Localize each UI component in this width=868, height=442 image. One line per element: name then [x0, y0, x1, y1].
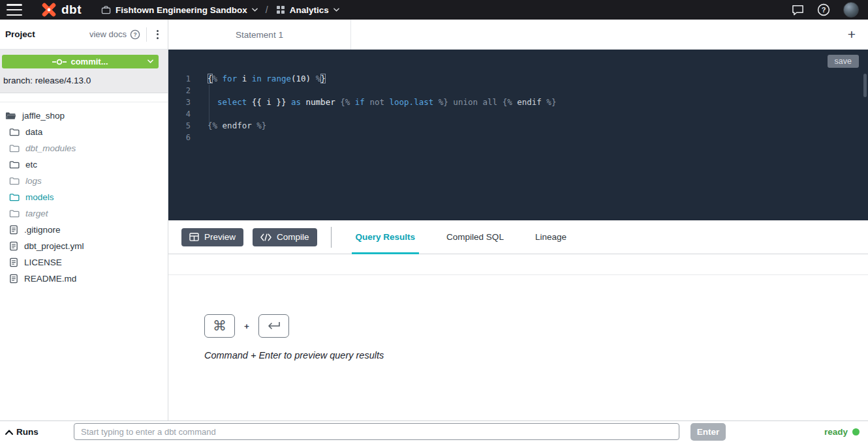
line-number: 4	[168, 108, 191, 120]
chevron-down-icon	[333, 8, 339, 12]
status-dot	[852, 428, 860, 435]
file-icon	[9, 241, 18, 251]
status-indicator: ready	[824, 421, 860, 442]
folder-icon	[9, 128, 20, 136]
branch-label: branch: release/4.13.0	[2, 76, 166, 85]
tree-item-jaffle-shop[interactable]: jaffle_shop	[0, 108, 168, 124]
save-button[interactable]: save	[828, 55, 859, 68]
tree-item-label: jaffle_shop	[22, 111, 65, 121]
workspace-selector[interactable]: Fishtown Engineering Sandbox	[101, 5, 258, 15]
workspace-name: Fishtown Engineering Sandbox	[116, 5, 247, 15]
commit-button-label: commit...	[70, 57, 108, 66]
compile-button-label: Compile	[277, 232, 309, 242]
code-area[interactable]: 1{% for i in range(10) %}23 select {{ i …	[168, 73, 868, 143]
header-divider	[146, 27, 147, 42]
code-line-5[interactable]: 5{% endfor %}	[168, 120, 868, 132]
results-subheader	[168, 254, 868, 275]
project-header-title: Project	[5, 29, 35, 39]
code-text: select {{ i }} as number {% if not loop.…	[208, 96, 556, 108]
new-tab-button[interactable]: +	[842, 20, 861, 50]
file-explorer-sidebar: Project view docs ? commit... branch: re…	[0, 20, 168, 420]
tree-item-logs[interactable]: logs	[0, 173, 168, 189]
command-keycap: ⌘	[204, 314, 235, 338]
tree-item-label: models	[25, 192, 54, 202]
hamburger-menu-icon[interactable]	[7, 4, 22, 16]
tree-item-readme-md[interactable]: README.md	[0, 271, 168, 287]
breadcrumb-separator: /	[266, 5, 268, 15]
tree-item-label: LICENSE	[24, 258, 62, 267]
tree-item-dbt-modules[interactable]: dbt_modules	[0, 140, 168, 156]
file-icon	[9, 225, 18, 235]
results-content: ⌘ + Command + Enter to preview query res…	[168, 275, 868, 420]
file-tree: jaffle_shopdatadbt_modulesetclogsmodelst…	[0, 102, 168, 287]
tree-item-label: dbt_project.yml	[24, 241, 84, 251]
command-status-bar: Runs Enter ready	[0, 420, 868, 442]
tree-item-label: etc	[25, 160, 37, 169]
results-tab-lineage[interactable]: Lineage	[531, 220, 570, 254]
file-icon	[9, 258, 18, 267]
folder-icon	[9, 144, 20, 153]
results-tab-compiled-sql[interactable]: Compiled SQL	[442, 220, 508, 254]
results-tabs: Query ResultsCompiled SQLLineage	[352, 220, 570, 254]
dbt-command-input[interactable]	[74, 423, 679, 440]
tree-item-license[interactable]: LICENSE	[0, 254, 168, 271]
sidebar-menu-icon[interactable]	[153, 29, 163, 40]
toolbar-divider	[331, 227, 332, 248]
user-avatar[interactable]	[843, 2, 859, 18]
code-line-6[interactable]: 6	[168, 132, 868, 143]
preview-button[interactable]: Preview	[181, 228, 243, 246]
folder-icon	[9, 177, 20, 185]
tree-item-label: dbt_modules	[25, 143, 76, 153]
folder-icon	[9, 160, 20, 169]
folder-open-icon	[5, 111, 16, 121]
tree-item-target[interactable]: target	[0, 205, 168, 222]
compile-button[interactable]: Compile	[253, 228, 317, 246]
return-key-icon	[266, 321, 281, 331]
status-label: ready	[824, 427, 848, 437]
code-line-1[interactable]: 1{% for i in range(10) %}	[168, 73, 868, 85]
tree-item--gitignore[interactable]: .gitignore	[0, 222, 168, 238]
commit-chevron-icon[interactable]	[147, 59, 153, 63]
plus-label: +	[244, 321, 249, 331]
runs-label: Runs	[16, 427, 39, 437]
code-line-2[interactable]: 2	[168, 85, 868, 96]
line-number: 2	[168, 85, 191, 96]
code-icon	[260, 233, 271, 241]
enter-button[interactable]: Enter	[690, 423, 726, 441]
tab-statement-1[interactable]: Statement 1	[168, 20, 351, 50]
view-docs-link[interactable]: view docs ?	[89, 29, 140, 40]
line-number: 1	[168, 73, 191, 85]
editor-scrollbar[interactable]	[863, 74, 867, 97]
project-name: Analytics	[290, 5, 329, 15]
code-line-4[interactable]: 4	[168, 108, 868, 120]
project-selector[interactable]: Analytics	[276, 5, 339, 15]
help-circle-icon: ?	[130, 29, 140, 40]
dbt-logo[interactable]: dbt	[40, 1, 82, 18]
runs-toggle[interactable]: Runs	[5, 421, 39, 442]
tree-item-models[interactable]: models	[0, 189, 168, 205]
view-docs-label: view docs	[89, 29, 127, 39]
main-panel: Statement 1 + save 1{% for i in range(10…	[168, 20, 868, 420]
tree-item-label: README.md	[24, 274, 76, 284]
code-line-3[interactable]: 3 select {{ i }} as number {% if not loo…	[168, 96, 868, 108]
chevron-up-icon	[5, 430, 13, 435]
code-editor[interactable]: save 1{% for i in range(10) %}23 select …	[168, 50, 868, 220]
commit-button[interactable]: commit...	[2, 55, 159, 68]
chevron-down-icon	[252, 8, 258, 12]
svg-text:?: ?	[133, 31, 136, 38]
tree-item-label: data	[25, 127, 42, 137]
svg-text:?: ?	[822, 6, 826, 14]
code-text: {% for i in range(10) %}	[208, 73, 326, 85]
tree-item-data[interactable]: data	[0, 124, 168, 140]
help-icon[interactable]: ?	[817, 3, 830, 16]
results-tab-query-results[interactable]: Query Results	[352, 220, 420, 254]
results-toolbar: Preview Compile Query ResultsCompiled SQ…	[168, 220, 868, 254]
tree-item-label: logs	[25, 176, 42, 186]
tree-item-dbt-project-yml[interactable]: dbt_project.yml	[0, 238, 168, 254]
folder-icon	[9, 193, 20, 201]
git-section: commit... branch: release/4.13.0	[0, 50, 168, 93]
tree-item-label: .gitignore	[24, 225, 61, 235]
dbt-logo-text: dbt	[61, 3, 82, 17]
tree-item-etc[interactable]: etc	[0, 156, 168, 173]
chat-icon[interactable]	[792, 4, 804, 16]
